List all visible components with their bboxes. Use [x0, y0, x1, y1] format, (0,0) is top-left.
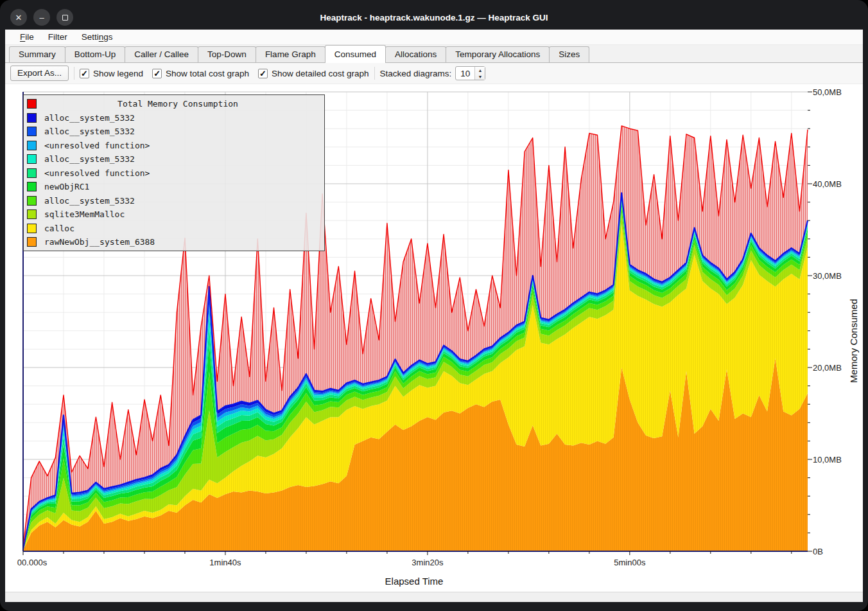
checkbox-icon[interactable]: ✓ — [258, 69, 268, 78]
checkbox-label: Show detailed cost graph — [272, 69, 369, 78]
legend-swatch-icon — [27, 141, 37, 150]
spinner-buttons[interactable]: ▲ ▼ — [474, 67, 485, 80]
x-tick-label: 1min40s — [209, 558, 241, 567]
legend-label: Total Memory Consumption — [44, 99, 311, 109]
checkbox-label: Show legend — [93, 69, 143, 78]
legend-swatch-icon — [27, 168, 37, 178]
legend-label: alloc__system_5332 — [44, 196, 135, 206]
legend-swatch-icon — [27, 127, 37, 136]
tab-summary[interactable]: Summary — [9, 46, 65, 62]
menu-item-file[interactable]: File — [14, 31, 40, 43]
x-tick-label: 3min20s — [412, 558, 443, 567]
tab-sizes[interactable]: Sizes — [549, 46, 589, 62]
checkbox-show-detailed-cost-graph[interactable]: ✓Show detailed cost graph — [258, 69, 369, 78]
y-tick-label: 40,0MB — [813, 179, 842, 189]
close-icon[interactable]: ✕ — [10, 9, 27, 26]
legend-swatch-icon — [27, 237, 37, 247]
legend-label: alloc__system_5332 — [44, 113, 135, 123]
x-tick-label: 5min00s — [614, 558, 645, 567]
legend-item[interactable]: alloc__system_5332 — [24, 111, 324, 124]
y-axis-title: Memory Consumed — [848, 332, 859, 351]
tab-bottom-up[interactable]: Bottom-Up — [65, 46, 126, 62]
checkbox-show-total-cost-graph[interactable]: ✓Show total cost graph — [152, 69, 249, 78]
tab-top-down[interactable]: Top-Down — [198, 46, 256, 62]
y-tick-label: 20,0MB — [813, 363, 842, 373]
menu-item-settings[interactable]: Settings — [76, 31, 119, 43]
legend-item[interactable]: <unresolved function> — [24, 166, 324, 179]
legend-label: <unresolved function> — [44, 168, 150, 178]
app-window: ✕ – Heaptrack - heaptrack.wakunode.1.gz … — [0, 0, 868, 611]
stacked-diagrams-label: Stacked diagrams: — [380, 69, 452, 78]
maximize-icon[interactable] — [56, 9, 73, 26]
legend-swatch-icon — [27, 154, 37, 164]
legend-item[interactable]: alloc__system_5332 — [24, 125, 324, 138]
export-as-button[interactable]: Export As... — [10, 66, 69, 81]
legend-swatch-icon — [27, 224, 37, 233]
tab-caller-callee[interactable]: Caller / Callee — [125, 46, 198, 62]
y-tick-label: 0B — [813, 547, 823, 556]
tab-consumed[interactable]: Consumed — [325, 45, 386, 63]
legend-label: rawNewObj__system_6388 — [44, 237, 155, 247]
minimize-icon[interactable]: – — [33, 9, 50, 26]
stacked-diagrams-control: Stacked diagrams: 10 ▲ ▼ — [380, 66, 486, 80]
window-bottom-strip — [5, 592, 863, 602]
menubar: FileFilterSettings — [5, 30, 863, 45]
legend-item[interactable]: calloc — [24, 222, 324, 235]
legend-item[interactable]: Total Memory Consumption — [24, 98, 324, 111]
checkbox-icon[interactable]: ✓ — [80, 69, 89, 78]
toolbar-separator — [374, 67, 375, 80]
legend-label: newObjRC1 — [44, 182, 89, 191]
spinner-down-icon[interactable]: ▼ — [475, 73, 485, 80]
legend-label: <unresolved function> — [44, 141, 150, 150]
tab-allocations[interactable]: Allocations — [385, 46, 446, 62]
x-axis-title: Elapsed Time — [385, 576, 444, 587]
legend-label: alloc__system_5332 — [44, 127, 135, 136]
titlebar: ✕ – Heaptrack - heaptrack.wakunode.1.gz … — [5, 5, 863, 30]
chart-legend[interactable]: Total Memory Consumptionalloc__system_53… — [23, 94, 325, 251]
legend-item[interactable]: alloc__system_5332 — [24, 153, 324, 166]
y-tick-label: 30,0MB — [813, 271, 842, 281]
spinner-up-icon[interactable]: ▲ — [475, 67, 485, 73]
memory-consumption-chart: 50,0MB40,0MB30,0MB20,0MB10,0MB0B 00.000s… — [5, 84, 863, 592]
legend-item[interactable]: newObjRC1 — [24, 181, 324, 193]
checkbox-show-legend[interactable]: ✓Show legend — [80, 69, 143, 78]
legend-label: sqlite3MemMalloc — [44, 209, 125, 219]
checkbox-label: Show total cost graph — [166, 69, 249, 78]
legend-swatch-icon — [27, 113, 37, 123]
x-tick-label: 00.000s — [17, 558, 47, 567]
y-tick-label: 50,0MB — [813, 87, 842, 97]
toolbar-separator — [74, 67, 74, 80]
legend-swatch-icon — [27, 182, 37, 191]
stacked-diagrams-spinbox[interactable]: 10 ▲ ▼ — [455, 66, 485, 80]
window-controls: ✕ – — [10, 9, 73, 26]
legend-swatch-icon — [27, 196, 37, 206]
stacked-diagrams-value[interactable]: 10 — [456, 67, 474, 80]
y-tick-label: 10,0MB — [813, 455, 842, 465]
legend-swatch-icon — [27, 209, 37, 219]
legend-label: alloc__system_5332 — [44, 154, 135, 164]
legend-label: calloc — [44, 224, 74, 233]
legend-item[interactable]: <unresolved function> — [24, 139, 324, 152]
legend-item[interactable]: rawNewObj__system_6388 — [24, 236, 324, 249]
tab-temporary-allocations[interactable]: Temporary Allocations — [446, 46, 550, 62]
legend-item[interactable]: alloc__system_5332 — [24, 194, 324, 207]
toolbar: Export As... ✓Show legend✓Show total cos… — [5, 63, 863, 84]
legend-item[interactable]: sqlite3MemMalloc — [24, 208, 324, 221]
checkbox-icon[interactable]: ✓ — [152, 69, 162, 78]
tab-flame-graph[interactable]: Flame Graph — [256, 46, 326, 62]
legend-swatch-icon — [27, 99, 37, 109]
menu-item-filter[interactable]: Filter — [42, 31, 73, 43]
window-title: Heaptrack - heaptrack.wakunode.1.gz — He… — [5, 13, 863, 22]
tabbar: SummaryBottom-UpCaller / CalleeTop-DownF… — [5, 45, 863, 63]
